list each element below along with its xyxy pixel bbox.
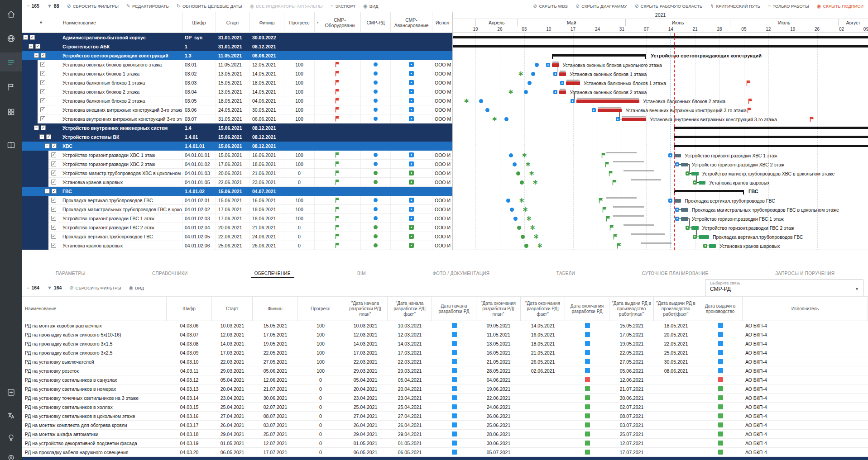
gantt-task-bar[interactable]: [691, 172, 698, 175]
rd-col-header-1[interactable]: Шифр: [167, 297, 212, 321]
wbs-group-row[interactable]: −✓Строительство АБК131.01.202108.12.2021: [22, 42, 453, 51]
row-checkbox[interactable]: ✓: [40, 80, 45, 85]
wbs-task-row[interactable]: ✓Устройство горизонт.разводки ХВС 1 этаж…: [22, 151, 453, 160]
tab-item-6[interactable]: СУТОЧНОЕ ПЛАНИРОВАНИЕ: [638, 270, 712, 278]
tab-item-4[interactable]: ФОТО / ДОКУМЕНТАЦИЯ: [429, 270, 493, 278]
row-checkbox[interactable]: ✓: [51, 180, 56, 185]
wbs-group-row[interactable]: −✓Устройство системы ВК1.4.0115.06.20210…: [22, 133, 453, 142]
toolbar-item[interactable]: ⊘СБРОСИТЬ ФИЛЬТРЫ: [69, 285, 121, 290]
rd-partial-row[interactable]: [22, 457, 868, 460]
rd-col-header-8[interactable]: "Дата окончания разработки РД| план": [476, 297, 521, 321]
rd-col-header-11[interactable]: "Дата выдачи РД в производство работ|пла…: [609, 297, 654, 321]
rd-row[interactable]: РД на устройство декоративной подсветки …: [22, 439, 868, 448]
wbs-col-header-6[interactable]: ▼СМР-Оборудовани: [315, 12, 361, 33]
gantt-task-bar[interactable]: [566, 81, 580, 85]
gantt-task-bar[interactable]: [681, 163, 688, 166]
gantt-summary-bar[interactable]: [453, 36, 868, 38]
wbs-col-header-9[interactable]: Испол: [432, 12, 453, 33]
row-checkbox[interactable]: ✓: [51, 225, 56, 230]
gantt-summary-bar[interactable]: [674, 145, 868, 147]
collapse-toggle[interactable]: −: [39, 134, 44, 139]
gantt-task-bar[interactable]: [559, 90, 566, 94]
sidebar-item-book[interactable]: [0, 136, 22, 155]
wbs-task-row[interactable]: ✓Установка кранов шаровых04.01.02.0625.0…: [22, 241, 453, 250]
wbs-task-row[interactable]: ✓Установка балконных блоков 1 этажа03.03…: [22, 78, 453, 87]
row-checkbox[interactable]: ✓: [51, 171, 56, 175]
row-checkbox[interactable]: ✓: [40, 89, 45, 94]
wbs-task-row[interactable]: ✓Прокладка вертикал.трубопроводов ГВС04.…: [22, 196, 453, 205]
gantt-task-bar[interactable]: [691, 226, 698, 230]
wbs-group-row[interactable]: −✓Административно-бытовой корпусOP_syn31…: [22, 33, 453, 42]
rd-col-header-10[interactable]: Дата окончания разработки РД: [565, 297, 609, 321]
row-checkbox[interactable]: ✓: [40, 71, 45, 76]
link-select[interactable]: Выберите связь СМР-РД ▼: [705, 279, 863, 296]
rd-col-header-4[interactable]: Прогресс: [298, 297, 343, 321]
rd-row[interactable]: РД на прокладку кабеля наружного освещен…: [22, 448, 868, 457]
row-checkbox[interactable]: ✓: [40, 62, 45, 67]
rd-row[interactable]: РД на установку выключателей04.03.1022.0…: [22, 357, 868, 366]
gantt-task-bar[interactable]: [598, 109, 622, 112]
row-checkbox[interactable]: ✓: [41, 125, 46, 130]
row-checkbox[interactable]: ✓: [51, 161, 56, 166]
wbs-task-row[interactable]: ✓Установка оконных блоков 2 этажа03.0413…: [22, 87, 453, 96]
row-checkbox[interactable]: ✓: [35, 44, 40, 49]
toolbar-item[interactable]: ≡ТОЛЬКО РАБОТЫ: [768, 4, 809, 9]
rd-col-header-12[interactable]: "Дата выдачи РД в производство работ|фак…: [654, 297, 698, 321]
collapse-toggle[interactable]: −: [45, 189, 50, 194]
toolbar-item[interactable]: ▼164: [47, 285, 62, 290]
rd-col-header-5[interactable]: "Дата начала разработки РД| план": [343, 297, 388, 321]
collapse-toggle[interactable]: −: [45, 143, 50, 148]
row-checkbox[interactable]: ✓: [40, 116, 45, 121]
row-checkbox[interactable]: ✓: [30, 35, 35, 40]
wbs-col-header-1[interactable]: Наименование: [60, 12, 182, 33]
toolbar-item[interactable]: ▼88: [47, 3, 59, 9]
wbs-task-row[interactable]: ✓Установка оконных блоков цокольного эта…: [22, 60, 453, 69]
toolbar-item[interactable]: ◉ВСЕ ИНДИКАТОРЫ АКТУАЛЬНЫ: [250, 4, 323, 9]
row-checkbox[interactable]: ✓: [52, 189, 57, 194]
wbs-group-row[interactable]: −✓Устройство светоограждающих конструкци…: [22, 51, 453, 60]
wbs-col-header-4[interactable]: Финиш: [250, 12, 284, 33]
row-checkbox[interactable]: ✓: [46, 134, 51, 139]
rd-col-header-7[interactable]: Дата начала разработки РД: [432, 297, 476, 321]
row-checkbox[interactable]: ✓: [51, 234, 56, 239]
rd-row[interactable]: РД на установку точечных светильников на…: [22, 394, 868, 403]
toolbar-item[interactable]: ✎РЕДАКТИРОВАТЬ: [126, 4, 169, 9]
toolbar-item[interactable]: ≡164: [27, 285, 39, 290]
wbs-task-row[interactable]: ✓Устройство магистр.трубопроводов ХВС в …: [22, 169, 453, 178]
tab-item-0[interactable]: ПАРАМЕТРЫ: [52, 270, 89, 278]
wbs-task-row[interactable]: ✓Установка внутренних витражных конструк…: [22, 114, 453, 123]
rd-col-header-0[interactable]: Наименование: [22, 297, 167, 321]
rd-col-header-6[interactable]: "Дата начала разработки РД| факт": [388, 297, 432, 321]
sidebar-item-home[interactable]: [0, 5, 22, 24]
collapse-toggle[interactable]: −: [23, 35, 28, 40]
wbs-task-row[interactable]: ✓Установка внешних витражных конструкций…: [22, 105, 453, 114]
sidebar-item-bulb[interactable]: [0, 428, 22, 447]
sidebar-item-tasks[interactable]: [0, 52, 22, 71]
gantt-summary-bar[interactable]: [674, 136, 868, 138]
gantt-task-bar[interactable]: [576, 100, 639, 103]
tab-item-3[interactable]: BIM: [354, 270, 369, 278]
wbs-task-row[interactable]: ✓Установка оконных блоков 1 этажа03.0213…: [22, 69, 453, 78]
tab-active-2[interactable]: ОБЕСПЕЧЕНИЕ: [251, 270, 294, 278]
toolbar-item[interactable]: ◉СКРЫТЬ ПОДПИСИ: [817, 4, 863, 9]
collapse-toggle[interactable]: −: [34, 53, 39, 58]
gantt-task-bar[interactable]: [699, 235, 709, 239]
collapse-toggle[interactable]: −: [29, 44, 34, 49]
wbs-col-header-8[interactable]: СМР-Авансирование: [391, 12, 432, 33]
wbs-col-header-7[interactable]: СМР-РД: [361, 12, 391, 33]
gantt-task-bar[interactable]: [622, 118, 646, 121]
sidebar-item-pin[interactable]: [0, 449, 22, 460]
row-checkbox[interactable]: ✓: [52, 143, 57, 148]
tab-item-7[interactable]: ЗАПРОСЫ И ПОРУЧЕНИЯ: [772, 270, 838, 278]
gantt-task-bar[interactable]: [559, 72, 566, 76]
rd-col-header-13[interactable]: Дата выдачи в производство: [698, 297, 743, 321]
sidebar-item-flag[interactable]: [0, 77, 22, 96]
rd-row[interactable]: РД на монтаж шкафа автоматики04.03.1829.…: [22, 430, 868, 439]
rd-row[interactable]: РД на установку светильников в холлах04.…: [22, 403, 868, 412]
sidebar-item-translate[interactable]: [0, 406, 22, 425]
toolbar-item[interactable]: ⊘СКРЫТЬ РАБОЧУЮ ОБЛАСТЬ: [635, 4, 703, 9]
rd-col-header-2[interactable]: Старт: [212, 297, 253, 321]
gantt-summary-bar[interactable]: [674, 127, 868, 129]
row-checkbox[interactable]: ✓: [41, 53, 46, 58]
wbs-group-row[interactable]: −✓ГВС1.4.01.0215.06.202104.07.2021: [22, 187, 453, 196]
